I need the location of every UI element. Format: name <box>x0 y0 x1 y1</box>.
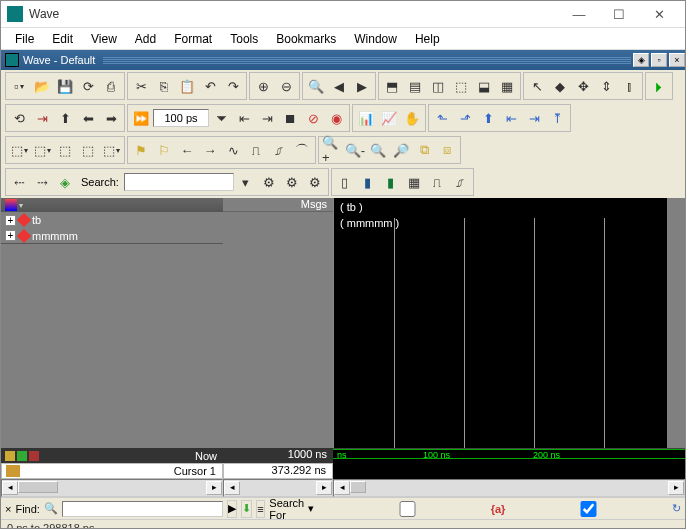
menu-tools[interactable]: Tools <box>222 30 266 48</box>
scroll-thumb[interactable] <box>350 481 366 493</box>
schematic-button[interactable]: ⬓ <box>473 75 495 97</box>
find-list-button[interactable]: ≡ <box>256 500 266 518</box>
search-dropdown[interactable]: ▾ <box>235 171 257 193</box>
memory-button[interactable]: ▦ <box>496 75 518 97</box>
search-opt3-button[interactable]: ⚙ <box>304 171 326 193</box>
find-down-button[interactable]: ⬇ <box>241 500 252 518</box>
run-button[interactable]: ⏵ <box>648 75 670 97</box>
layout5-button[interactable]: ⬚ <box>100 139 122 161</box>
search-for-dropdown[interactable]: ▾ <box>308 502 314 515</box>
hscroll-msgs[interactable]: ◂ ▸ <box>223 479 333 497</box>
menu-view[interactable]: View <box>83 30 125 48</box>
scroll-left-button[interactable]: ◂ <box>334 481 350 495</box>
stop-button[interactable]: ⊘ <box>302 107 324 129</box>
restart-button[interactable]: ⟲ <box>8 107 30 129</box>
run-all-button[interactable]: ⏩ <box>130 107 152 129</box>
select-mode-button[interactable]: ↖ <box>526 75 548 97</box>
copy-button[interactable]: ⎘ <box>153 75 175 97</box>
add-icon[interactable] <box>17 451 27 461</box>
hand-button[interactable]: ✋ <box>401 107 423 129</box>
profile-button[interactable]: 📊 <box>355 107 377 129</box>
zoom-range-button[interactable]: ⧉ <box>413 139 435 161</box>
open-button[interactable]: 📂 <box>31 75 53 97</box>
menu-window[interactable]: Window <box>346 30 405 48</box>
edge-next-button[interactable]: ⇥ <box>523 107 545 129</box>
cursor-prev-button[interactable]: ⬑ <box>431 107 453 129</box>
step-back-button[interactable]: ⬅ <box>77 107 99 129</box>
find-close-button[interactable]: × <box>5 503 11 515</box>
menu-bookmarks[interactable]: Bookmarks <box>268 30 344 48</box>
edge-prev-button[interactable]: ⇤ <box>500 107 522 129</box>
signal-row-mmmmm[interactable]: + mmmmm <box>1 228 223 244</box>
layer-button[interactable]: ◫ <box>427 75 449 97</box>
search-opt2-button[interactable]: ⚙ <box>281 171 303 193</box>
redo-button[interactable]: ↷ <box>222 75 244 97</box>
find-regex-checkbox[interactable] <box>328 501 487 517</box>
zoom-mode-button[interactable]: ◆ <box>549 75 571 97</box>
hscroll-wave[interactable]: ◂ ▸ <box>333 479 685 497</box>
bookmark-del-button[interactable]: ⚐ <box>153 139 175 161</box>
cursor-label[interactable]: Cursor 1 <box>174 465 216 477</box>
cursor-lock-icon[interactable] <box>6 465 20 477</box>
profile2-button[interactable]: 📈 <box>378 107 400 129</box>
stack-button[interactable]: ▤ <box>404 75 426 97</box>
find-wrap-checkbox[interactable] <box>509 501 668 517</box>
layout4-button[interactable]: ⬚ <box>77 139 99 161</box>
bookmark-prev-button[interactable]: ← <box>176 139 198 161</box>
view3-button[interactable]: ▮ <box>380 171 402 193</box>
undo-button[interactable]: ↶ <box>199 75 221 97</box>
edge-up-button[interactable]: ⤒ <box>546 107 568 129</box>
view1-button[interactable]: ▯ <box>334 171 356 193</box>
subwindow-dock-button[interactable]: ◈ <box>633 53 649 67</box>
cursor-up-button[interactable]: ⬆ <box>477 107 499 129</box>
menu-add[interactable]: Add <box>127 30 164 48</box>
scroll-left-button[interactable]: ◂ <box>2 481 18 495</box>
layout2-button[interactable]: ⬚ <box>31 139 53 161</box>
scroll-left-button[interactable]: ◂ <box>224 481 240 495</box>
run-length-input[interactable] <box>153 109 209 127</box>
waveform-panel[interactable]: ( tb ) ( mmmmm ) <box>333 198 667 448</box>
save-button[interactable]: 💾 <box>54 75 76 97</box>
view5-button[interactable]: ⎍ <box>426 171 448 193</box>
subwindow-max-button[interactable]: ▫ <box>651 53 667 67</box>
time-ruler[interactable]: ns 100 ns 200 ns <box>333 449 685 459</box>
scroll-right-button[interactable]: ▸ <box>668 481 684 495</box>
lock-icon[interactable] <box>5 451 15 461</box>
trace-prev-button[interactable]: ⤎ <box>8 171 30 193</box>
new-button[interactable]: ▫ <box>8 75 30 97</box>
cut-button[interactable]: ✂ <box>130 75 152 97</box>
stop-all-button[interactable]: ◉ <box>325 107 347 129</box>
wave1-icon[interactable]: ∿ <box>222 139 244 161</box>
remove-cursor-button[interactable]: ⊖ <box>275 75 297 97</box>
signal-row-tb[interactable]: + tb <box>1 212 223 228</box>
run-continue-button[interactable]: ⇥ <box>256 107 278 129</box>
layout1-button[interactable]: ⬚ <box>8 139 30 161</box>
dataflow-button[interactable]: ⬚ <box>450 75 472 97</box>
hscroll-names[interactable]: ◂ ▸ <box>1 479 223 497</box>
zoom-in-button[interactable]: 🔍+ <box>321 139 343 161</box>
view2-button[interactable]: ▮ <box>357 171 379 193</box>
subwindow-close-button[interactable]: × <box>669 53 685 67</box>
view4-button[interactable]: ▦ <box>403 171 425 193</box>
cursor-track[interactable] <box>333 463 685 479</box>
expand-icon[interactable]: + <box>5 230 16 241</box>
scroll-right-button[interactable]: ▸ <box>206 481 222 495</box>
menu-file[interactable]: File <box>7 30 42 48</box>
expand-icon[interactable]: + <box>5 215 16 226</box>
time-unit-button[interactable]: ⏷ <box>210 107 232 129</box>
cursor-value[interactable]: 373.292 ns <box>223 463 333 479</box>
menu-format[interactable]: Format <box>166 30 220 48</box>
find-input[interactable] <box>62 501 223 517</box>
zoom-out-button[interactable]: 🔍- <box>344 139 366 161</box>
scroll-right-button[interactable]: ▸ <box>316 481 332 495</box>
pan-mode-button[interactable]: ✥ <box>572 75 594 97</box>
search-opt1-button[interactable]: ⚙ <box>258 171 280 193</box>
print-button[interactable]: ⎙ <box>100 75 122 97</box>
search-input[interactable] <box>124 173 234 191</box>
collapse-button[interactable]: ⫿ <box>618 75 640 97</box>
view6-button[interactable]: ⎎ <box>449 171 471 193</box>
zoom-other-button[interactable]: ⧇ <box>436 139 458 161</box>
zoom-full-button[interactable]: 🔍 <box>367 139 389 161</box>
wave4-icon[interactable]: ⏜ <box>291 139 313 161</box>
find-prev-button[interactable]: ◀ <box>328 75 350 97</box>
